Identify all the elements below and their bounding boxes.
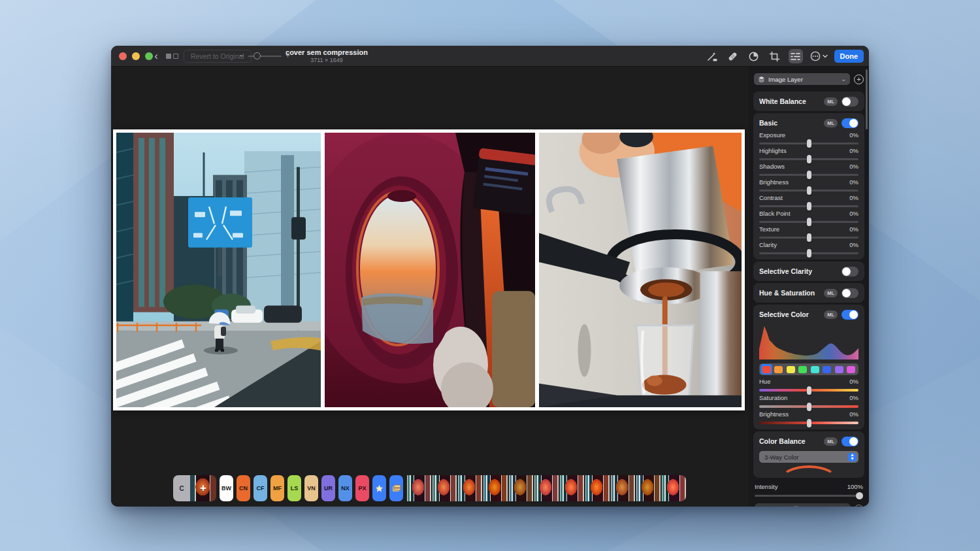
minimize-window-button[interactable]	[132, 52, 140, 60]
clarity-slider-thumb[interactable]	[807, 249, 811, 258]
exposure-slider[interactable]	[759, 142, 858, 144]
saturation-slider[interactable]	[759, 405, 858, 408]
intensity-slider-thumb[interactable]	[856, 492, 863, 499]
highlights-label: Highlights	[759, 147, 849, 154]
swatch-color	[762, 366, 771, 373]
brightness-label: Brightness	[759, 178, 849, 186]
color-balance-mode-dropdown[interactable]: 3-Way Color ▲▼	[759, 451, 858, 463]
exposure-slider-thumb[interactable]	[807, 139, 811, 148]
preset-cf-button[interactable]: CF	[253, 475, 267, 501]
preset-px-button[interactable]: PX	[355, 475, 369, 501]
preset-vn-button[interactable]: VN	[304, 475, 318, 501]
shadows-slider[interactable]	[759, 174, 858, 176]
preset-cn-button[interactable]: CN	[237, 475, 250, 501]
ml-badge[interactable]: ML	[824, 289, 838, 297]
add-layer-button[interactable]: +	[854, 75, 864, 84]
filter-thumbnail-5[interactable]	[534, 475, 559, 501]
swatch-color	[798, 366, 807, 373]
ml-badge[interactable]: ML	[824, 97, 838, 106]
hue-slider-thumb[interactable]	[807, 386, 811, 395]
color-swatch-5[interactable]	[821, 364, 833, 375]
color-swatch-1[interactable]	[773, 364, 785, 375]
clarity-slider[interactable]	[759, 252, 858, 254]
swatch-color	[823, 366, 831, 373]
hue-saturation-card: Hue & Saturation ML	[753, 283, 864, 303]
texture-slider-thumb[interactable]	[807, 233, 811, 242]
ml-badge[interactable]: ML	[824, 119, 838, 127]
contrast-label: Contrast	[759, 194, 849, 201]
toolbar-icons: Done	[705, 46, 864, 67]
color-swatch-7[interactable]	[845, 364, 857, 375]
color-swatch-2[interactable]	[785, 364, 796, 375]
texture-slider[interactable]	[759, 237, 858, 239]
image-artboard[interactable]	[113, 129, 745, 410]
highlights-slider-thumb[interactable]	[807, 155, 811, 163]
custom-preset-group[interactable]: C +	[173, 475, 216, 501]
filter-thumbnail-2[interactable]	[458, 475, 482, 501]
remove-adjustment-icon[interactable]: −	[855, 505, 863, 507]
filter-thumbnail-9[interactable]	[636, 475, 661, 501]
contrast-slider[interactable]	[759, 205, 858, 207]
filter-thumbnail-4[interactable]	[509, 475, 533, 501]
photo-street-scene	[116, 133, 321, 407]
white-balance-toggle[interactable]	[841, 97, 858, 107]
selective-clarity-toggle[interactable]	[841, 267, 858, 276]
layer-selector-dropdown[interactable]: Image Layer ⌄	[754, 73, 850, 85]
highlights-slider[interactable]	[759, 158, 858, 160]
black-point-slider-thumb[interactable]	[807, 218, 811, 226]
adjustments-icon-active[interactable]	[789, 49, 803, 63]
filter-thumbnail-8[interactable]	[611, 475, 635, 501]
ml-badge[interactable]: ML	[824, 437, 838, 446]
filter-thumbnail-10[interactable]	[662, 475, 686, 501]
selective-color-toggle[interactable]	[841, 310, 858, 320]
color-effects-icon[interactable]	[747, 49, 761, 63]
preset-ur-button[interactable]: UR	[321, 475, 335, 501]
filter-thumbnail-0[interactable]	[407, 475, 431, 501]
repair-tool-icon[interactable]	[726, 49, 740, 63]
color-balance-toggle[interactable]	[841, 437, 858, 446]
ml-enhance-icon[interactable]	[705, 49, 719, 63]
zoom-slider-thumb[interactable]	[253, 52, 261, 59]
favorites-preset-button[interactable]	[372, 475, 386, 501]
color-swatch-3[interactable]	[797, 364, 809, 375]
zoom-out-button[interactable]: −	[239, 51, 244, 60]
shadows-slider-thumb[interactable]	[807, 171, 811, 179]
shadows-value: 0%	[849, 163, 858, 170]
filter-thumbnail-6[interactable]	[560, 475, 584, 501]
color-swatch-4[interactable]	[809, 364, 821, 375]
done-button[interactable]: Done	[834, 50, 864, 63]
crop-icon[interactable]	[768, 49, 782, 63]
filter-thumbnail-7[interactable]	[585, 475, 610, 501]
more-options-control[interactable]	[809, 50, 828, 62]
shadows-label: Shadows	[759, 163, 849, 170]
add-custom-preset-thumbnail[interactable]: +	[190, 475, 216, 501]
hue-slider[interactable]	[759, 389, 858, 392]
black-point-slider[interactable]	[759, 221, 858, 223]
reset-button[interactable]: Reset	[755, 503, 851, 507]
preset-nx-button[interactable]: NX	[338, 475, 352, 501]
color-swatch-0[interactable]	[760, 364, 772, 375]
filter-thumbnail-1[interactable]	[433, 475, 457, 501]
contrast-slider-thumb[interactable]	[807, 202, 811, 210]
color-wheel-partial[interactable]	[759, 465, 858, 474]
preset-bw-button[interactable]: BW	[220, 475, 233, 501]
swatch-color	[847, 366, 855, 373]
brightness-slider[interactable]	[759, 422, 858, 424]
preset-collection-button[interactable]	[389, 475, 403, 501]
intensity-slider[interactable]	[755, 495, 863, 497]
color-swatch-6[interactable]	[833, 364, 845, 375]
sidebar-scrollbar[interactable]	[866, 69, 868, 129]
brightness-slider[interactable]	[759, 190, 858, 192]
hue-saturation-toggle[interactable]	[841, 288, 858, 298]
brightness-slider-thumb[interactable]	[807, 419, 811, 427]
back-button[interactable]: ‹	[150, 49, 162, 63]
filter-thumbnail-3[interactable]	[483, 475, 508, 501]
basic-toggle[interactable]	[841, 118, 858, 128]
preset-ls-button[interactable]: LS	[287, 475, 301, 501]
compare-original-icon[interactable]	[166, 52, 180, 60]
close-window-button[interactable]	[119, 52, 127, 60]
brightness-slider-thumb[interactable]	[807, 186, 811, 195]
saturation-slider-thumb[interactable]	[807, 403, 811, 411]
ml-badge[interactable]: ML	[824, 310, 838, 319]
preset-mf-button[interactable]: MF	[270, 475, 284, 501]
